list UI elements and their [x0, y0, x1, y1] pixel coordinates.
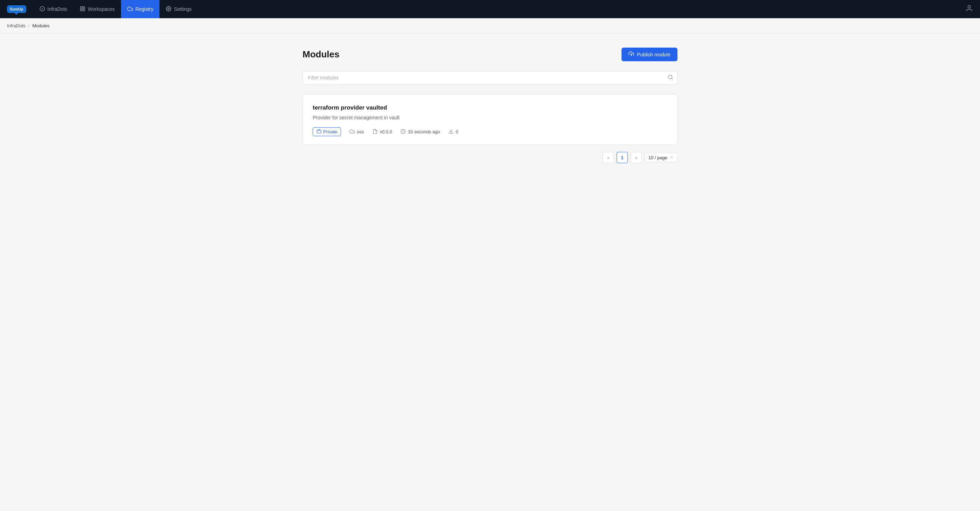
nav-item-settings[interactable]: Settings — [159, 0, 198, 18]
nav-label-infradots: InfraDots — [48, 6, 67, 12]
module-version: v0.5.0 — [372, 129, 392, 135]
chevron-right-icon: › — [635, 155, 637, 160]
pagination-prev[interactable]: ‹ — [603, 152, 614, 163]
page-header: Modules Publish module — [302, 48, 678, 61]
pagination: ‹ 1 › 10 / page — [302, 152, 678, 163]
svg-point-8 — [668, 75, 672, 79]
provider-label: oss — [357, 129, 364, 134]
user-icon[interactable] — [965, 5, 973, 14]
svg-rect-4 — [83, 9, 85, 11]
search-container — [302, 71, 678, 85]
chevron-down-icon — [670, 155, 674, 160]
file-icon — [372, 129, 378, 135]
svg-line-9 — [671, 78, 673, 80]
svg-rect-10 — [317, 130, 321, 133]
logo-badge: SumUp — [7, 5, 26, 13]
svg-rect-2 — [83, 6, 85, 8]
per-page-selector[interactable]: 10 / page — [644, 153, 678, 162]
breadcrumb-current: Modules — [32, 23, 49, 28]
svg-rect-3 — [80, 9, 82, 11]
nav-item-registry[interactable]: Registry — [121, 0, 159, 18]
nav-label-settings: Settings — [174, 6, 192, 12]
visibility-label: Private — [323, 129, 337, 134]
pagination-next[interactable]: › — [631, 152, 642, 163]
per-page-label: 10 / page — [648, 155, 667, 160]
module-description: Provider for secret management in vault — [313, 115, 667, 120]
visibility-badge: Private — [313, 128, 341, 136]
navbar: SumUp InfraDots Workspaces — [0, 0, 980, 18]
module-provider: oss — [349, 129, 364, 135]
nav-label-registry: Registry — [135, 6, 153, 12]
nav-label-workspaces: Workspaces — [88, 6, 115, 12]
publish-module-button[interactable]: Publish module — [622, 48, 678, 61]
module-published-at: 33 seconds ago — [401, 129, 440, 135]
cloud-icon — [127, 6, 133, 13]
svg-rect-1 — [80, 6, 82, 8]
svg-point-5 — [168, 8, 169, 10]
downloads-label: 0 — [456, 129, 458, 134]
main-content: Modules Publish module ter — [294, 34, 686, 177]
gear-icon — [166, 6, 171, 13]
search-icon — [668, 75, 673, 81]
chevron-left-icon: ‹ — [608, 155, 609, 160]
search-input[interactable] — [302, 71, 678, 85]
nav-items: InfraDots Workspaces Registry — [33, 0, 966, 18]
breadcrumb: InfraDots / Modules — [0, 18, 980, 34]
module-name: terraform provider vaulted — [313, 104, 667, 111]
logo[interactable]: SumUp — [7, 5, 26, 13]
pagination-current-page[interactable]: 1 — [617, 152, 628, 163]
publish-button-label: Publish module — [637, 52, 670, 57]
published-at-label: 33 seconds ago — [408, 129, 440, 134]
circle-check-icon — [40, 6, 45, 13]
grid-icon — [80, 6, 85, 13]
cloud-small-icon — [349, 129, 355, 135]
private-icon — [317, 129, 321, 135]
version-label: v0.5.0 — [380, 129, 392, 134]
upload-icon — [628, 51, 634, 58]
search-button[interactable] — [668, 75, 673, 81]
download-icon — [449, 129, 453, 135]
svg-point-6 — [968, 6, 970, 8]
breadcrumb-separator: / — [28, 23, 30, 28]
page-title: Modules — [302, 49, 339, 60]
module-downloads: 0 — [449, 129, 458, 135]
nav-item-workspaces[interactable]: Workspaces — [73, 0, 121, 18]
module-card[interactable]: terraform provider vaulted Provider for … — [302, 94, 678, 145]
breadcrumb-parent[interactable]: InfraDots — [7, 23, 25, 28]
clock-icon — [401, 129, 406, 135]
nav-item-infradots[interactable]: InfraDots — [33, 0, 74, 18]
module-meta: Private oss v0.5.0 — [313, 128, 667, 136]
